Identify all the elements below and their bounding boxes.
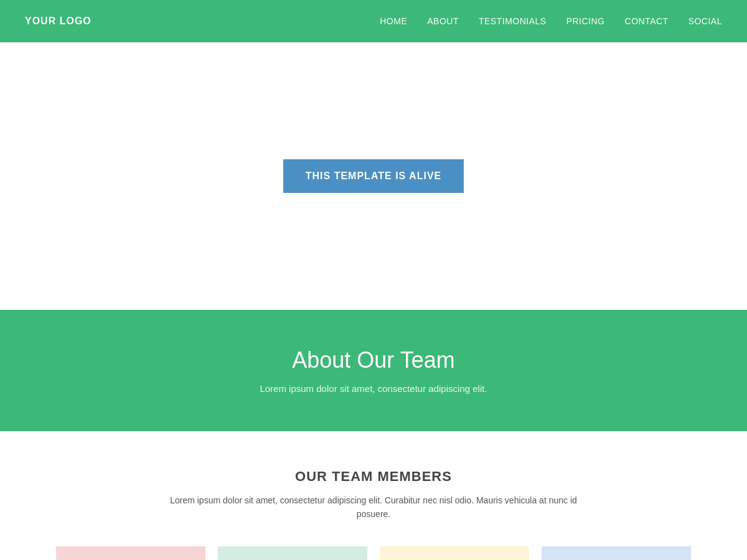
team-card-4: Lorem ipsum dolor sit amet, consectetur … xyxy=(542,546,691,560)
about-title: About Our Team xyxy=(25,347,722,373)
team-section: OUR TEAM MEMBERS Lorem ipsum dolor sit a… xyxy=(0,431,747,560)
nav-link-testimonials[interactable]: TESTIMONIALS xyxy=(479,16,547,26)
hero-button[interactable]: THIS TEMPLATE IS ALIVE xyxy=(283,159,464,193)
nav-links: HOME ABOUT TESTIMONIALS PRICING CONTACT … xyxy=(380,16,722,27)
team-cards-container: Lorem ipsum dolor sit amet, consectetur … xyxy=(25,546,722,560)
navbar: YOUR LOGO HOME ABOUT TESTIMONIALS PRICIN… xyxy=(0,0,747,42)
nav-item-contact[interactable]: CONTACT xyxy=(625,16,669,27)
team-card-3: Lorem ipsum dolor sit amet, consectetur … xyxy=(380,546,529,560)
nav-item-home[interactable]: HOME xyxy=(380,16,407,27)
nav-link-social[interactable]: SOCIAL xyxy=(688,16,722,26)
about-subtitle: Lorem ipsum dolor sit amet, consectetur … xyxy=(25,383,722,394)
nav-item-social[interactable]: SOCIAL xyxy=(688,16,722,27)
nav-logo: YOUR LOGO xyxy=(25,16,92,27)
nav-item-pricing[interactable]: PRICING xyxy=(566,16,605,27)
team-description: Lorem ipsum dolor sit amet, consectetur … xyxy=(162,493,585,521)
nav-item-about[interactable]: ABOUT xyxy=(427,16,459,27)
about-section: About Our Team Lorem ipsum dolor sit ame… xyxy=(0,310,747,431)
nav-item-testimonials[interactable]: TESTIMONIALS xyxy=(479,16,547,27)
team-card-2: Lorem ipsum dolor sit amet, consectetur … xyxy=(218,546,367,560)
nav-link-home[interactable]: HOME xyxy=(380,16,407,26)
nav-link-about[interactable]: ABOUT xyxy=(427,16,459,26)
hero-section: THIS TEMPLATE IS ALIVE xyxy=(0,42,747,310)
nav-link-pricing[interactable]: PRICING xyxy=(566,16,605,26)
nav-link-contact[interactable]: CONTACT xyxy=(625,16,669,26)
team-heading: OUR TEAM MEMBERS xyxy=(25,469,722,485)
team-card-1: Lorem ipsum dolor sit amet, consectetur … xyxy=(56,546,205,560)
